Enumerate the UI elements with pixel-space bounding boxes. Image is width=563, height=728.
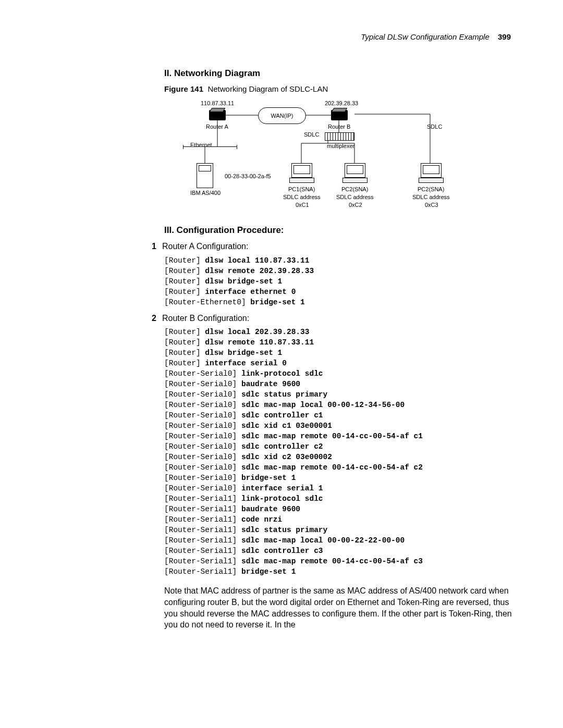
step-2: 2 Router B Configuration:: [164, 313, 513, 324]
addr2-line1: SDLC address: [336, 193, 374, 201]
multiplexer-icon: [325, 132, 354, 141]
networking-diagram-heading: II. Networking Diagram: [164, 68, 513, 80]
addr3-line1: SDLC address: [412, 193, 450, 201]
router-a-icon: [209, 110, 226, 120]
router-a-config-code: [Router] dlsw local 110.87.33.11 [Router…: [164, 255, 513, 307]
figure-label: Figure 141: [164, 84, 203, 93]
figure-caption-text: Networking Diagram of SDLC-LAN: [207, 84, 328, 93]
addr1-line1: SDLC address: [283, 193, 321, 201]
running-title: Typical DLSw Configuration Example: [361, 32, 489, 41]
wan-cloud: WAN(IP): [258, 107, 306, 124]
as400-mac: 00-28-33-00-2a-f5: [225, 172, 271, 180]
page-number: 399: [498, 32, 511, 41]
network-diagram: 110.87.33.11 202.39.28.33 WAN(IP) Router…: [180, 100, 472, 214]
step-1-title: Router A Configuration:: [162, 241, 248, 252]
router-a-label: Router A: [206, 123, 228, 131]
as400-host-icon: [197, 163, 213, 188]
page: Typical DLSw Configuration Example 399 I…: [0, 0, 563, 728]
sdlc-right-label: SDLC: [427, 123, 442, 131]
wan-label: WAN(IP): [271, 113, 293, 119]
sdlc-mid-label: SDLC: [304, 131, 319, 139]
router-b-config-code: [Router] dlsw local 202.39.28.33 [Router…: [164, 327, 513, 577]
ip-router-b: 202.39.28.33: [325, 100, 358, 107]
step-1: 1 Router A Configuration:: [164, 241, 513, 252]
addr2-line2: 0xC2: [349, 201, 362, 209]
running-header: Typical DLSw Configuration Example 399: [361, 32, 511, 41]
ethernet-label: Ethernet: [190, 141, 212, 149]
config-procedure-heading: III. Configuration Procedure:: [164, 225, 513, 237]
pc1-label: PC1(SNA): [288, 186, 315, 193]
addr1-line2: 0xC1: [296, 201, 309, 209]
addr3-line2: 0xC3: [425, 201, 438, 209]
pc2-icon: [342, 163, 366, 183]
figure-caption: Figure 141 Networking Diagram of SDLC-LA…: [164, 84, 513, 94]
pc1-icon: [289, 163, 313, 183]
as400-label: IBM AS/400: [190, 189, 221, 197]
content-column: II. Networking Diagram Figure 141 Networ…: [164, 68, 513, 631]
ip-router-a: 110.87.33.11: [201, 100, 234, 107]
pc3-label: PC2(SNA): [418, 186, 444, 193]
note-paragraph: Note that MAC address of partner is the …: [164, 585, 513, 630]
pc2-label: PC2(SNA): [341, 186, 368, 193]
step-1-number: 1: [152, 241, 162, 252]
step-2-title: Router B Configuration:: [162, 313, 249, 324]
step-2-number: 2: [152, 313, 162, 324]
router-b-icon: [331, 110, 348, 120]
router-b-label: Router B: [328, 123, 350, 131]
pc3-icon: [419, 163, 443, 183]
multiplexer-label: multiplexer: [327, 142, 354, 150]
